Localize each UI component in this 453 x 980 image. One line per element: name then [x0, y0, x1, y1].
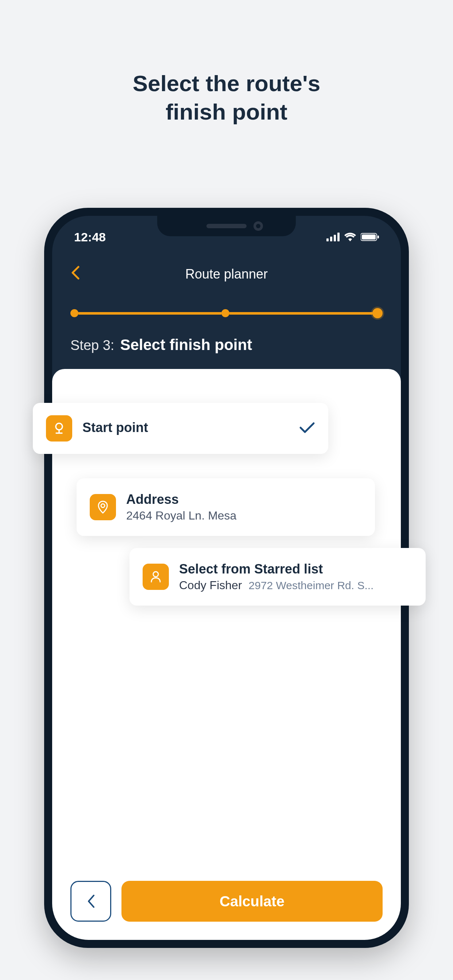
start-point-icon: [46, 415, 72, 442]
starred-list-card[interactable]: Select from Starred list Cody Fisher 297…: [129, 548, 426, 606]
wifi-icon: [344, 232, 356, 241]
progress-dot-1: [70, 309, 78, 317]
card-title: Select from Starred list: [179, 562, 413, 577]
svg-point-8: [101, 504, 105, 508]
card-title: Start point: [83, 420, 289, 435]
step-label: Step 3: Select finish point: [70, 336, 252, 354]
back-button[interactable]: [70, 266, 80, 283]
page-title: Select the route's finish point: [0, 69, 453, 126]
header-title: Route planner: [185, 267, 268, 282]
address-card[interactable]: Address 2464 Royal Ln. Mesa: [77, 478, 375, 536]
calculate-button[interactable]: Calculate: [121, 881, 383, 922]
calculate-label: Calculate: [220, 893, 284, 910]
starred-name: Cody Fisher: [179, 579, 242, 592]
progress-bar: [70, 309, 383, 318]
checkmark-icon: [299, 421, 315, 436]
progress-dot-3: [372, 308, 383, 318]
step-text: Select finish point: [120, 336, 252, 354]
step-number: Step 3:: [70, 337, 114, 353]
start-point-card[interactable]: Start point: [33, 403, 328, 454]
pin-icon: [90, 494, 116, 520]
starred-address: 2972 Westheimer Rd. S...: [249, 579, 374, 592]
previous-button[interactable]: [70, 881, 111, 922]
user-icon: [143, 564, 169, 590]
speaker: [206, 224, 247, 228]
svg-point-9: [153, 572, 158, 577]
svg-rect-2: [334, 235, 336, 241]
chevron-left-icon: [86, 893, 96, 909]
content-panel: [52, 369, 401, 940]
status-icons: [327, 232, 379, 241]
svg-rect-6: [378, 235, 379, 239]
status-time: 12:48: [74, 230, 106, 244]
card-title: Address: [126, 492, 362, 507]
card-subtitle: 2464 Royal Ln. Mesa: [126, 509, 362, 522]
cellular-icon: [327, 232, 340, 241]
progress-line: [230, 312, 372, 315]
bottom-bar: Calculate: [70, 881, 383, 922]
svg-rect-1: [330, 237, 332, 241]
progress-line: [78, 312, 222, 315]
phone-notch: [157, 216, 296, 236]
svg-point-7: [56, 423, 62, 430]
svg-rect-0: [327, 239, 329, 241]
front-camera: [254, 221, 263, 231]
svg-rect-5: [362, 234, 376, 240]
battery-icon: [361, 232, 379, 241]
svg-rect-3: [337, 232, 340, 241]
app-header: Route planner: [52, 259, 401, 289]
progress-dot-2: [222, 309, 230, 317]
